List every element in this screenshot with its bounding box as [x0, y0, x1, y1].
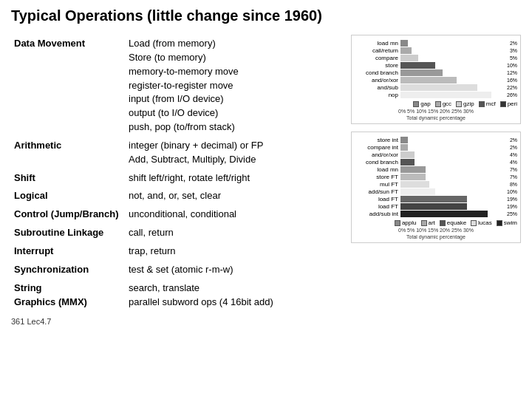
legend-label: gzip	[463, 100, 474, 107]
bar-pct-label: 2%	[510, 144, 517, 151]
bar-segment	[400, 159, 415, 166]
bar-row: load FT19%	[355, 196, 517, 202]
bar-label: and/or/xor	[355, 151, 400, 158]
bar-label: and/or/xor	[355, 77, 400, 83]
bar-segment	[400, 151, 415, 158]
page-title: Typical Operations (little change since …	[11, 7, 521, 24]
legend-item: applu	[395, 219, 417, 226]
bar-label: mul FT	[355, 181, 400, 188]
bar-segment	[400, 188, 435, 195]
bar-area	[400, 181, 508, 188]
legend-color-box	[471, 220, 477, 226]
bar-label: compare	[355, 55, 400, 61]
legend-label: gap	[420, 100, 430, 107]
legend-label: gcc	[443, 100, 451, 107]
legend-item: mcf	[479, 100, 496, 107]
bar-row: and/or/xor4%	[355, 151, 517, 158]
description-cell: shift left/right, rotate left/right	[126, 169, 344, 188]
bar-label: nop	[355, 92, 400, 98]
legend-color-box	[421, 220, 427, 226]
bar-pct-label: 26%	[507, 92, 517, 98]
bar-row: load mn7%	[355, 166, 517, 173]
bar-pct-label: 19%	[507, 196, 517, 202]
chart2-title: Total dynamic percentage	[355, 234, 517, 239]
description-cell: Load (from memory) Store (to memory) mem…	[126, 35, 344, 137]
bar-pct-label: 4%	[510, 159, 517, 166]
legend-label: peri	[508, 100, 517, 107]
bar-area	[400, 92, 505, 98]
main-layout: Data MovementLoad (from memory) Store (t…	[11, 35, 521, 311]
legend-color-box	[456, 101, 462, 107]
bar-area	[400, 203, 505, 210]
bar-row: cond branch4%	[355, 159, 517, 166]
category-cell: Interrupt	[11, 242, 126, 261]
legend-label: art	[429, 219, 435, 226]
description-cell: call, return	[126, 224, 344, 242]
bar-pct-label: 2%	[510, 40, 517, 47]
bar-segment	[400, 144, 408, 151]
bar-pct-label: 12%	[507, 69, 517, 76]
category-cell: String Graphics (MMX)	[11, 279, 126, 312]
table-row: String Graphics (MMX)search, translate p…	[11, 279, 344, 312]
bar-row: load FT19%	[355, 203, 517, 210]
description-cell: not, and, or, set, clear	[126, 187, 344, 205]
bar-label: load mn	[355, 40, 400, 47]
bar-segment	[400, 203, 467, 210]
chart2: store int2%compare int2%and/or/xor4%cond…	[351, 132, 521, 243]
bar-area	[400, 144, 508, 151]
bar-row: mul FT8%	[355, 181, 517, 188]
bar-pct-label: 10%	[507, 188, 517, 195]
bar-area	[400, 174, 508, 180]
bar-segment	[400, 92, 491, 98]
bar-pct-label: 3%	[510, 47, 517, 54]
bar-area	[400, 47, 508, 54]
footer: 361 Lec4.7	[11, 317, 521, 326]
bar-area	[400, 40, 508, 47]
bar-row: and/or/xor16%	[355, 77, 517, 83]
bar-pct-label: 4%	[510, 151, 517, 158]
legend-label: applu	[402, 219, 417, 226]
bar-row: store int2%	[355, 137, 517, 143]
bar-row: store FT7%	[355, 174, 517, 180]
legend-color-box	[435, 101, 441, 107]
category-cell: Arithmetic	[11, 137, 126, 169]
bar-segment	[400, 174, 426, 180]
legend-color-box	[395, 220, 400, 226]
bar-row: store10%	[355, 62, 517, 69]
category-cell: Subroutine Linkage	[11, 224, 126, 242]
bar-label: store FT	[355, 174, 400, 180]
legend-label: equake	[447, 219, 466, 226]
bar-area	[400, 211, 505, 217]
charts-panel: load mn2%call/return3%compare5%store10%c…	[351, 35, 521, 311]
bar-label: compare int	[355, 144, 400, 151]
legend-label: lucas	[478, 219, 492, 226]
legend-color-box	[479, 101, 485, 107]
legend-item: swim	[497, 219, 517, 226]
bar-row: load mn2%	[355, 40, 517, 47]
bar-pct-label: 2%	[510, 137, 517, 143]
chart1-title: Total dynamic percentage	[355, 115, 517, 120]
bar-pct-label: 10%	[507, 62, 517, 69]
table-row: Control (Jump/Branch)unconditional, cond…	[11, 205, 344, 224]
legend-label: mcf	[486, 100, 496, 107]
legend-color-box	[440, 220, 446, 226]
bar-segment	[400, 196, 467, 202]
table-row: Subroutine Linkagecall, return	[11, 224, 344, 242]
bar-row: compare5%	[355, 55, 517, 61]
legend-item: gzip	[456, 100, 474, 107]
bar-area	[400, 159, 508, 166]
legend-item: gcc	[435, 100, 451, 107]
legend-item: lucas	[471, 219, 492, 226]
bar-area	[400, 55, 508, 61]
bar-segment	[400, 55, 418, 61]
bar-segment	[400, 137, 408, 143]
legend-item: equake	[440, 219, 466, 226]
description-cell: integer (binary + decimal) or FP Add, Su…	[126, 137, 344, 169]
description-cell: search, translate parallel subword ops (…	[126, 279, 344, 312]
legend-item: art	[421, 219, 435, 226]
bar-segment	[400, 77, 457, 83]
operations-table: Data MovementLoad (from memory) Store (t…	[11, 35, 344, 311]
bar-area	[400, 196, 505, 202]
bar-segment	[400, 40, 408, 47]
bar-row: add/sun FT10%	[355, 188, 517, 195]
